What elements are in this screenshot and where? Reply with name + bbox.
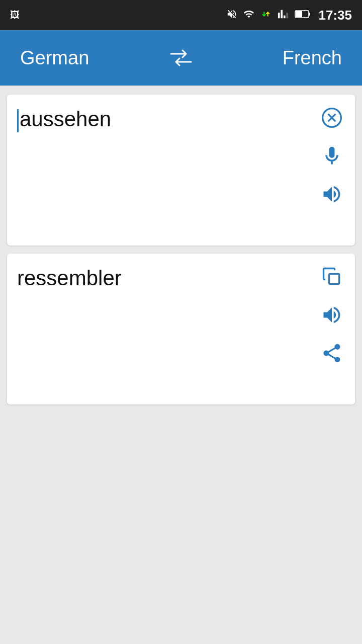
speak-source-button[interactable]: [319, 181, 345, 207]
microphone-button[interactable]: [319, 143, 345, 169]
battery-icon: [295, 10, 311, 21]
signal-icon: [278, 9, 289, 22]
translated-text: ressembler: [17, 266, 309, 291]
status-time: 17:35: [319, 8, 352, 23]
target-language-label[interactable]: French: [251, 47, 342, 69]
source-input-text[interactable]: aussehen: [17, 107, 309, 132]
source-card: aussehen: [7, 95, 355, 246]
svg-rect-1: [309, 13, 310, 16]
clear-button[interactable]: [319, 105, 345, 131]
share-button[interactable]: [319, 340, 345, 366]
data-transfer-icon: [260, 9, 272, 22]
wifi-icon: [243, 9, 254, 22]
image-icon: 🖼: [10, 10, 20, 21]
copy-button[interactable]: [319, 264, 345, 290]
speak-translation-button[interactable]: [319, 302, 345, 328]
svg-rect-2: [296, 11, 302, 17]
mute-icon: [226, 9, 237, 22]
svg-rect-6: [329, 274, 339, 284]
main-content: aussehen: [0, 86, 362, 414]
target-card: ressembler: [7, 254, 355, 405]
source-card-icons: [319, 105, 345, 207]
app-bar: German French: [0, 30, 362, 86]
status-bar: 🖼 17:35: [0, 0, 362, 30]
source-language-label[interactable]: German: [20, 47, 111, 69]
target-card-icons: [319, 264, 345, 366]
text-cursor: [17, 109, 19, 132]
swap-languages-button[interactable]: [168, 48, 194, 68]
